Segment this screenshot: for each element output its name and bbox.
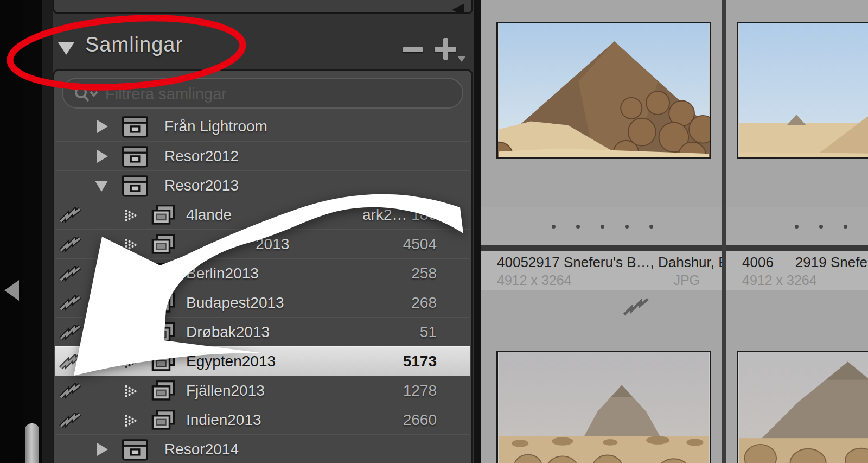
thumbnail-bent-pyramid-large[interactable] xyxy=(737,351,868,463)
collection-icon xyxy=(151,263,176,285)
scrollbar-thumb[interactable] xyxy=(25,423,39,463)
photo-count: 2660 xyxy=(403,411,437,429)
sync-arrow-icon[interactable] xyxy=(59,266,82,282)
rating-dot[interactable] xyxy=(576,225,580,229)
lightroom-window: iPos (4) Samlingar Filtrera samlingar xyxy=(0,0,868,463)
collection-label: Indien2013 xyxy=(186,411,261,429)
rating-dot[interactable] xyxy=(819,225,823,229)
thumbnail-red-pyramid-closeup[interactable] xyxy=(496,22,711,159)
photo-count: 258 xyxy=(411,265,437,282)
filter-placeholder: Filtrera samlingar xyxy=(105,85,227,103)
collection-row-fjallen2013[interactable]: Fjällen2013 1278 xyxy=(55,376,470,405)
photo-dimensions: 4912 x 3264 xyxy=(742,272,817,288)
thumbnail-pyramid-slope[interactable] xyxy=(737,22,868,159)
thumbnail-bent-pyramid-rocks[interactable] xyxy=(496,351,711,463)
synced-dots-icon xyxy=(124,414,137,427)
collections-panel-header[interactable]: Samlingar xyxy=(53,30,475,68)
panel-expand-icon[interactable] xyxy=(58,42,74,55)
previous-panel-partial-item[interactable]: iPos (4) xyxy=(53,0,473,14)
collection-icon xyxy=(151,205,176,226)
collection-row-budapest2013[interactable]: Budapest2013 268 xyxy=(55,288,470,317)
collection-label-truncated: 2013 xyxy=(256,236,289,253)
collection-row-4lande[interactable]: 4lande ark2… 186 xyxy=(55,200,470,229)
rating-dot[interactable] xyxy=(625,225,629,229)
collection-set-resor2012[interactable]: Resor2012 xyxy=(55,141,470,170)
photo-dimensions: 4912 x 3264 xyxy=(497,272,572,288)
panel-collapse-icon[interactable] xyxy=(4,280,19,301)
collection-label: Egypten2013 xyxy=(186,353,276,370)
collection-label: Drøbak2013 xyxy=(186,324,270,341)
sidebar-scrollbar[interactable] xyxy=(23,0,42,463)
collection-icon xyxy=(151,410,176,432)
photo-count: 268 xyxy=(411,294,437,312)
collection-icon xyxy=(151,293,176,314)
chevron-left-icon xyxy=(452,4,464,14)
collection-set-icon xyxy=(122,146,149,168)
rating-dot[interactable] xyxy=(601,225,604,229)
sync-arrow-icon[interactable] xyxy=(59,413,82,429)
collection-set-icon xyxy=(122,439,149,461)
add-collection-menu-icon[interactable] xyxy=(458,56,465,62)
add-collection-button[interactable] xyxy=(435,38,456,60)
synced-dots-icon xyxy=(124,238,137,251)
disclosure-collapsed-icon[interactable] xyxy=(97,150,108,163)
grid-cell-header[interactable]: 4005 2917 Sneferu's B…, Dahshur, Egypt 4… xyxy=(481,251,722,290)
rating-dot[interactable] xyxy=(552,225,556,229)
photo-format: JPG xyxy=(673,272,700,288)
collection-label: Budapest2013 xyxy=(186,294,284,312)
synced-dots-icon xyxy=(124,209,137,222)
set-label: Resor2014 xyxy=(164,441,239,458)
disclosure-expanded-icon[interactable] xyxy=(95,181,108,192)
remove-collection-button[interactable] xyxy=(403,47,423,52)
photo-count: 186 xyxy=(411,206,437,224)
sync-arrow-icon[interactable] xyxy=(59,325,82,341)
photo-count: 4504 xyxy=(403,236,437,253)
disclosure-collapsed-icon[interactable] xyxy=(97,443,108,456)
photo-filename: 2919 Sneferu's B. xyxy=(795,254,868,271)
left-edge-rail xyxy=(0,0,23,463)
collection-row-egypten2013-selected[interactable]: Egypten2013 5173 xyxy=(55,346,470,376)
synced-dots-icon xyxy=(124,268,137,281)
panel-edge-strip xyxy=(42,0,53,463)
set-label: Resor2012 xyxy=(164,148,239,165)
grid-cell-header[interactable]: 4006 2919 Sneferu's B. 4912 x 3264 xyxy=(726,251,868,290)
photo-grid: 4005 2917 Sneferu's B…, Dahshur, Egypt 4… xyxy=(481,0,868,463)
collection-label-truncated: ark2… xyxy=(362,206,407,224)
sync-arrow-icon[interactable] xyxy=(59,207,82,224)
collection-label: Berlin2013 xyxy=(186,265,259,282)
photo-count: 5173 xyxy=(403,353,437,370)
sync-arrow-badge-icon[interactable] xyxy=(623,296,650,319)
rating-dot[interactable] xyxy=(649,225,653,229)
collection-set-icon xyxy=(122,116,149,138)
synced-dots-icon xyxy=(124,326,137,339)
photo-filename: 2917 Sneferu's B…, Dahshur, Egypt xyxy=(528,254,755,271)
collection-row-indien2013[interactable]: Indien2013 2660 xyxy=(55,405,470,434)
sync-arrow-icon[interactable] xyxy=(59,383,82,399)
set-label: Resor2013 xyxy=(164,177,239,194)
disclosure-collapsed-icon[interactable] xyxy=(97,120,108,133)
collection-row-berlin2013[interactable]: Berlin2013 258 xyxy=(55,258,470,288)
collections-sidebar: iPos (4) Samlingar Filtrera samlingar xyxy=(53,0,475,463)
panel-title: Samlingar xyxy=(85,33,183,56)
collection-set-resor2014[interactable]: Resor2014 xyxy=(55,434,470,463)
set-label: Från Lightroom xyxy=(164,118,267,135)
collection-label: Fjällen2013 xyxy=(186,382,265,399)
collection-icon xyxy=(151,234,176,256)
collection-set-resor2013[interactable]: Resor2013 xyxy=(55,170,470,200)
collections-tree: Från Lightroom Resor2012 Resor2013 4 xyxy=(55,112,470,463)
rating-strip xyxy=(481,207,722,245)
collection-label: 4lande xyxy=(186,206,232,224)
filter-collections-input[interactable]: Filtrera samlingar xyxy=(62,78,463,109)
sync-arrow-icon[interactable] xyxy=(59,295,82,312)
rating-dot[interactable] xyxy=(844,225,847,229)
collection-row-drobak2013[interactable]: Drøbak2013 51 xyxy=(55,317,470,346)
collection-row-2013[interactable]: 2013 4504 xyxy=(55,229,470,258)
rating-dot[interactable] xyxy=(795,225,799,229)
photo-count: 51 xyxy=(420,324,437,341)
sync-arrow-icon[interactable] xyxy=(59,237,82,253)
collections-list-box: Filtrera samlingar Från Lightroom Resor2… xyxy=(53,69,473,463)
sync-arrow-icon[interactable] xyxy=(59,354,82,370)
collection-set-fran-lightroom[interactable]: Från Lightroom xyxy=(55,112,470,141)
collection-icon xyxy=(151,322,176,344)
search-icon xyxy=(74,85,100,104)
